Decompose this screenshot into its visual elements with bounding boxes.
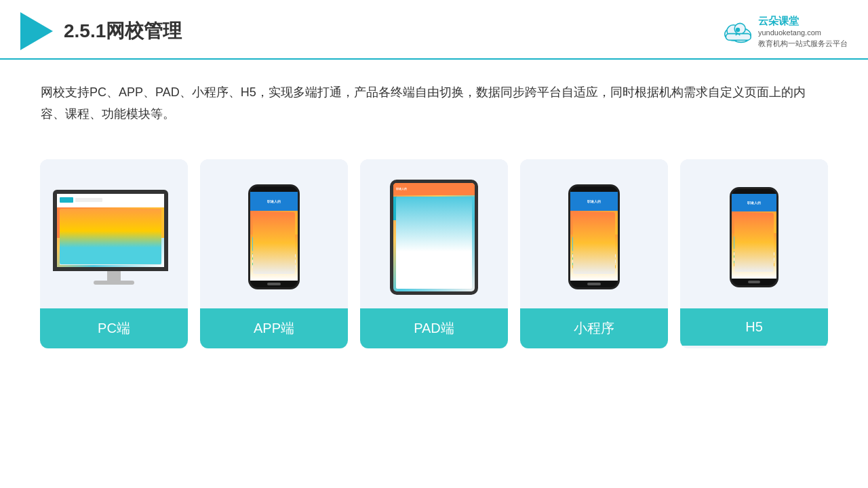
page-title: 2.5.1网校管理 <box>64 18 182 44</box>
h5-phone-home <box>748 281 760 283</box>
card-h5: 职途人的 H5 <box>680 159 828 348</box>
mini-phone-notch <box>584 186 604 192</box>
logo-url: yunduoketang.com <box>758 28 848 38</box>
cloud-icon <box>722 19 754 43</box>
h5-phone-icon: 职途人的 <box>730 187 778 287</box>
logo-name: 云朵课堂 <box>758 14 848 28</box>
svg-point-5 <box>736 28 740 32</box>
card-mini-label: 小程序 <box>520 308 668 348</box>
h5-phone-notch <box>745 189 763 194</box>
header-right: 云朵课堂 yunduoketang.com 教育机构一站式服务云平台 <box>722 14 848 49</box>
card-mini-image: 职途人的 <box>520 159 668 308</box>
logo-text-block: 云朵课堂 yunduoketang.com 教育机构一站式服务云平台 <box>758 14 848 49</box>
card-pc-label: PC端 <box>40 308 188 348</box>
card-pc: PC端 <box>40 159 188 348</box>
monitor-screen-content <box>57 194 164 267</box>
tablet-screen: 职途人的 <box>393 183 475 291</box>
phone-home-button <box>267 283 281 285</box>
card-app: 职途人的 APP端 <box>200 159 348 348</box>
card-app-label: APP端 <box>200 308 348 348</box>
play-icon <box>20 12 53 50</box>
card-pad-image: 职途人的 <box>360 159 508 308</box>
header-left: 2.5.1网校管理 <box>20 12 182 50</box>
card-h5-image: 职途人的 <box>680 159 828 308</box>
monitor-stand <box>107 271 121 281</box>
card-mini: 职途人的 小程序 <box>520 159 668 348</box>
card-pad-label: PAD端 <box>360 308 508 348</box>
pc-monitor-icon <box>53 190 175 285</box>
header: 2.5.1网校管理 云朵课堂 yunduoketang.com 教育机构一站式服… <box>0 0 868 60</box>
monitor-screen <box>53 190 168 271</box>
card-pc-image <box>40 159 188 308</box>
card-app-image: 职途人的 <box>200 159 348 308</box>
cloud-logo: 云朵课堂 yunduoketang.com 教育机构一站式服务云平台 <box>722 14 848 49</box>
mini-phone-home <box>587 283 601 285</box>
monitor-base <box>94 281 134 285</box>
mini-phone-screen: 职途人的 <box>570 192 618 281</box>
mini-phone-icon: 职途人的 <box>568 184 620 289</box>
pad-tablet-icon: 职途人的 <box>390 180 478 295</box>
phone-notch <box>264 186 284 192</box>
card-h5-label: H5 <box>680 308 828 346</box>
logo-tagline: 教育机构一站式服务云平台 <box>758 39 848 49</box>
description-paragraph: 网校支持PC、APP、PAD、小程序、H5，实现多端打通，产品各终端自由切换，数… <box>41 81 827 125</box>
svg-rect-4 <box>726 34 751 41</box>
description-text: 网校支持PC、APP、PAD、小程序、H5，实现多端打通，产品各终端自由切换，数… <box>0 60 868 125</box>
phone-screen: 职途人的 <box>250 192 298 281</box>
cards-section: PC端 职途人的 <box>0 132 868 348</box>
h5-phone-screen: 职途人的 <box>732 194 776 279</box>
card-pad: 职途人的 PAD端 <box>360 159 508 348</box>
app-phone-icon: 职途人的 <box>248 184 300 289</box>
